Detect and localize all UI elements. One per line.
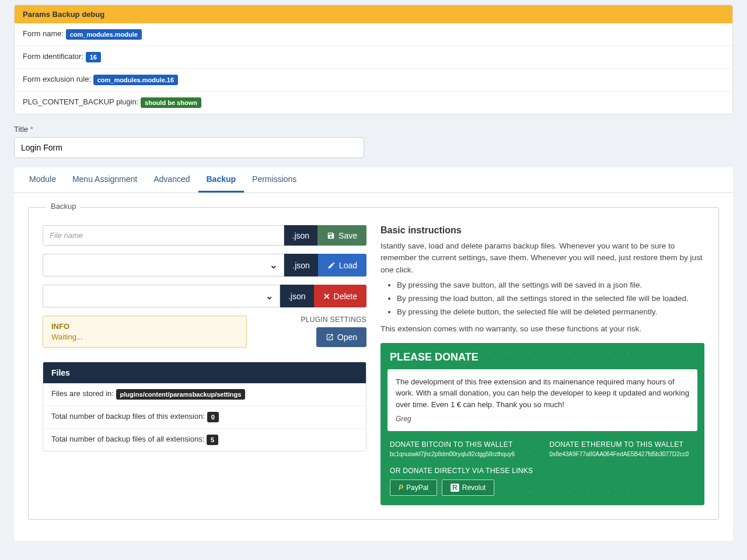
settings-label: PLUGIN SETTINGS — [301, 316, 366, 324]
donate-links: OR DONATE DIRECTLY VIA THESE LINKS P Pay… — [381, 463, 704, 505]
paypal-button[interactable]: P PayPal — [390, 480, 437, 496]
tabs-container: Module Menu Assignment Advanced Backup P… — [14, 167, 733, 541]
debug-row-plugin: PLG_CONTENT_BACKUP plugin: should be sho… — [15, 92, 732, 114]
load-button[interactable]: Load — [318, 254, 366, 276]
save-row: .json Save — [43, 225, 366, 246]
donate-body: The development of this free extension a… — [396, 376, 689, 411]
files-stored-path: plugins/content/paramsbackup/settings — [116, 389, 246, 400]
ext-json-save: .json — [284, 225, 318, 246]
title-input[interactable] — [14, 137, 364, 158]
save-icon — [327, 232, 335, 240]
filename-input[interactable] — [43, 225, 284, 246]
save-button[interactable]: Save — [317, 225, 366, 246]
tab-module[interactable]: Module — [21, 167, 64, 192]
tab-backup-content: Backup .json Save — [14, 193, 733, 541]
btc-title: DONATE BITCOIN TO THIS WALLET — [390, 440, 536, 449]
form-id-label: Form identificator: — [23, 52, 83, 61]
tabs: Module Menu Assignment Advanced Backup P… — [14, 167, 733, 193]
plugin-value: should be shown — [141, 97, 201, 108]
load-select[interactable]: ⌄ — [43, 254, 284, 276]
files-this-count: 0 — [207, 412, 219, 422]
debug-row-form-id: Form identificator: 16 — [15, 46, 732, 69]
open-settings-button[interactable]: Open — [316, 327, 366, 347]
debug-panel: Params Backup debug Form name: com_modul… — [14, 5, 733, 114]
debug-row-form-name: Form name: com_modules.module — [15, 23, 732, 46]
files-all-count: 5 — [207, 435, 218, 445]
close-icon: ✕ — [323, 292, 330, 301]
title-section: Title * — [14, 125, 733, 158]
instructions-li1: By pressing the save button, all the set… — [397, 279, 704, 292]
donate-wallets: DONATE BITCOIN TO THIS WALLET bc1qnuswkf… — [381, 438, 704, 463]
plugin-label: PLG_CONTENT_BACKUP plugin: — [23, 97, 138, 106]
title-label: Title * — [14, 125, 733, 134]
donate-body-box: The development of this free extension a… — [388, 369, 697, 432]
btc-wallet: DONATE BITCOIN TO THIS WALLET bc1qnuswkf… — [390, 440, 536, 457]
revolut-button[interactable]: R Revolut — [442, 480, 494, 496]
form-id-value: 16 — [86, 52, 101, 62]
instructions-heading: Basic instructions — [381, 225, 704, 236]
donate-box: PLEASE DONATE The development of this fr… — [381, 343, 704, 506]
files-all-row: Total number of backup files of all exte… — [43, 429, 366, 451]
delete-row: ⌄ .json ✕ Delete — [43, 285, 366, 307]
exclusion-label: Form exclusion rule: — [23, 75, 91, 83]
load-row: ⌄ .json Load — [43, 254, 366, 276]
files-panel: Files Files are stored in: plugins/conte… — [43, 362, 366, 452]
tab-permissions[interactable]: Permissions — [244, 167, 305, 192]
edit-icon — [327, 261, 336, 270]
instructions: Basic instructions Istantly save, load a… — [381, 225, 704, 335]
files-header: Files — [43, 362, 366, 383]
delete-button[interactable]: ✕ Delete — [314, 285, 366, 307]
backup-fieldset: Backup .json Save — [28, 207, 719, 520]
eth-title: DONATE ETHEREUM TO THIS WALLET — [550, 440, 696, 449]
donate-signature: Greg — [396, 414, 689, 424]
instructions-p1: Istantly save, load and delete params ba… — [381, 240, 704, 276]
delete-select[interactable]: ⌄ — [43, 285, 280, 307]
settings-side: PLUGIN SETTINGS Open — [301, 316, 366, 347]
paypal-icon: P — [399, 484, 403, 492]
revolut-icon: R — [451, 484, 459, 492]
debug-row-exclusion: Form exclusion rule: com_modules.module.… — [15, 69, 732, 92]
donate-title: PLEASE DONATE — [381, 343, 704, 369]
instructions-li3: By pressing the delete button, the selec… — [397, 306, 704, 318]
tab-menu-assignment[interactable]: Menu Assignment — [64, 167, 145, 192]
eth-wallet: DONATE ETHEREUM TO THIS WALLET 0x8e43A9F… — [550, 440, 696, 457]
info-message: Waiting... — [51, 332, 238, 341]
debug-header: Params Backup debug — [15, 5, 732, 23]
instructions-p2: This extension comes with no warranty, s… — [381, 323, 704, 335]
form-name-value: com_modules.module — [66, 29, 142, 40]
tab-advanced[interactable]: Advanced — [145, 167, 198, 192]
info-settings-row: INFO Waiting... PLUGIN SETTINGS Open — [43, 316, 366, 348]
btc-address: bc1qnuswkf7jhc2p8dm00ryqlu92ctgg58rzthqu… — [390, 451, 536, 457]
ext-json-delete: .json — [280, 285, 314, 307]
instructions-li2: By pressing the load button, all the set… — [397, 293, 704, 305]
donate-links-title: OR DONATE DIRECTLY VIA THESE LINKS — [390, 467, 695, 475]
eth-address: 0x8e43A9F77a80AA064FedAE5B427fd5b3077D2c… — [550, 451, 696, 457]
chevron-down-icon: ⌄ — [266, 290, 273, 302]
ext-json-load: .json — [284, 254, 318, 276]
external-link-icon — [326, 333, 334, 341]
files-stored-row: Files are stored in: plugins/content/par… — [43, 383, 366, 406]
tab-backup[interactable]: Backup — [198, 167, 245, 192]
exclusion-value: com_modules.module.16 — [93, 75, 178, 85]
form-name-label: Form name: — [23, 29, 64, 38]
chevron-down-icon: ⌄ — [270, 260, 277, 271]
files-this-row: Total number of backup files of this ext… — [43, 406, 366, 429]
backup-legend: Backup — [46, 202, 81, 211]
info-box: INFO Waiting... — [43, 316, 247, 348]
info-title: INFO — [51, 322, 238, 331]
